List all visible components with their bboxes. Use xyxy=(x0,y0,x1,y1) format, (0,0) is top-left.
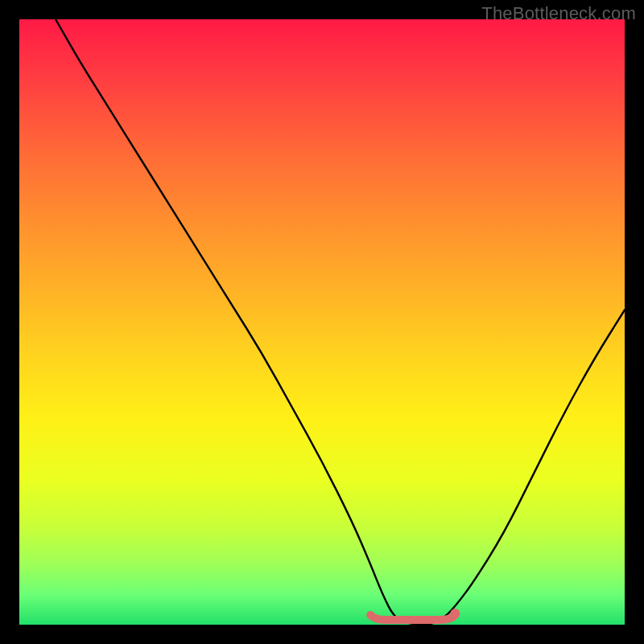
optimal-range-end-dot xyxy=(450,609,460,618)
bottleneck-curve xyxy=(56,19,625,625)
curve-overlay xyxy=(19,19,625,625)
watermark-source: TheBottleneck.com xyxy=(481,3,636,24)
chart-frame: TheBottleneck.com xyxy=(0,0,644,644)
plot-area xyxy=(19,19,625,625)
optimal-range-highlight xyxy=(370,615,455,620)
